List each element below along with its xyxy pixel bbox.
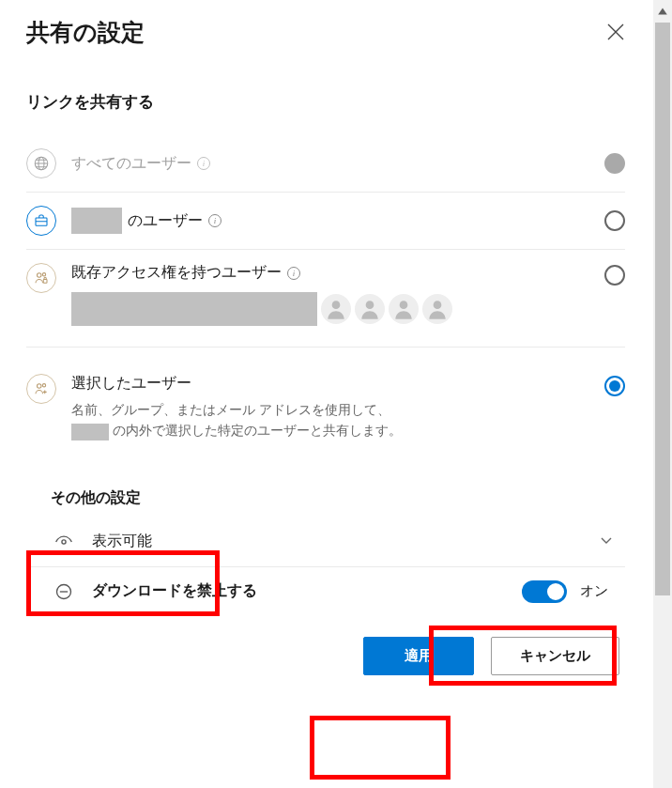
svg-point-8 [400, 301, 408, 309]
existing-users-avatars [71, 292, 595, 326]
info-icon[interactable]: i [287, 267, 300, 280]
eye-icon [53, 531, 75, 553]
info-icon[interactable]: i [208, 214, 221, 227]
block-download-toggle[interactable] [522, 580, 567, 603]
scrollbar-track[interactable] [653, 0, 672, 788]
svg-point-10 [38, 384, 42, 389]
description-line-1: 名前、グループ、またはメール アドレスを使用して、 [71, 402, 390, 417]
redacted-avatars [71, 292, 317, 326]
people-plus-icon [26, 374, 56, 404]
apply-button[interactable]: 適用 [363, 637, 474, 675]
share-option-existing-access[interactable]: 既存アクセス権を持つユーザー i [26, 250, 625, 348]
share-option-anyone: すべてのユーザー i [26, 135, 625, 193]
redacted-org-name [71, 208, 122, 234]
radio-organization[interactable] [604, 210, 625, 231]
option-label-text: 既存アクセス権を持つユーザー [71, 263, 282, 283]
option-label-text: のユーザー [128, 211, 203, 231]
radio-existing-access[interactable] [604, 265, 625, 286]
svg-point-11 [42, 384, 45, 387]
avatar [355, 294, 385, 324]
people-lock-icon [26, 263, 56, 293]
block-icon [53, 580, 75, 603]
svg-point-4 [42, 273, 45, 276]
redacted-org-name-2 [71, 424, 109, 440]
cancel-button[interactable]: キャンセル [491, 637, 619, 675]
info-icon[interactable]: i [197, 157, 210, 170]
block-download-state: オン [580, 582, 608, 600]
share-option-specific-label: 選択したユーザー [71, 374, 595, 394]
avatar [321, 294, 351, 324]
view-permission-label: 表示可能 [92, 532, 599, 551]
globe-icon [26, 148, 56, 178]
close-button[interactable] [606, 21, 625, 45]
svg-point-7 [366, 301, 374, 309]
highlight-apply-button [310, 716, 451, 780]
block-download-label: ダウンロードを禁止する [92, 581, 522, 601]
close-icon [606, 23, 625, 41]
option-label-text: すべてのユーザー [71, 154, 191, 174]
radio-specific-people[interactable] [604, 376, 625, 396]
briefcase-icon [26, 206, 56, 236]
description-line-2: の内外で選択した特定のユーザーと共有します。 [113, 423, 402, 438]
share-option-organization[interactable]: のユーザー i [26, 193, 625, 250]
dialog-title: 共有の設定 [26, 17, 145, 48]
link-share-section-title: リンクを共有する [26, 91, 625, 113]
svg-point-9 [434, 301, 442, 309]
share-option-organization-label: のユーザー i [71, 208, 595, 234]
dialog-header: 共有の設定 [26, 17, 625, 48]
svg-point-6 [332, 301, 341, 309]
avatar [389, 294, 419, 324]
radio-anyone [604, 153, 625, 174]
chevron-down-icon [599, 533, 614, 551]
scrollbar-arrow-up-icon[interactable] [657, 4, 668, 15]
share-option-specific-description: 名前、グループ、またはメール アドレスを使用して、 の内外で選択した特定のユーザ… [71, 399, 595, 441]
avatar [422, 294, 452, 324]
share-option-existing-label: 既存アクセス権を持つユーザー i [71, 263, 595, 283]
other-settings-title: その他の設定 [51, 488, 625, 508]
scrollbar-thumb[interactable] [655, 23, 670, 595]
svg-rect-5 [43, 280, 47, 284]
svg-point-12 [62, 540, 66, 544]
svg-point-3 [38, 273, 42, 278]
block-download-setting: ダウンロードを禁止する オン [26, 567, 625, 616]
dialog-buttons: 適用 キャンセル [26, 637, 625, 675]
share-option-specific-people[interactable]: 選択したユーザー 名前、グループ、またはメール アドレスを使用して、 の内外で選… [26, 361, 625, 455]
view-permission-dropdown[interactable]: 表示可能 [26, 518, 625, 567]
share-option-anyone-label: すべてのユーザー i [71, 154, 595, 174]
option-label-text: 選択したユーザー [71, 374, 191, 394]
